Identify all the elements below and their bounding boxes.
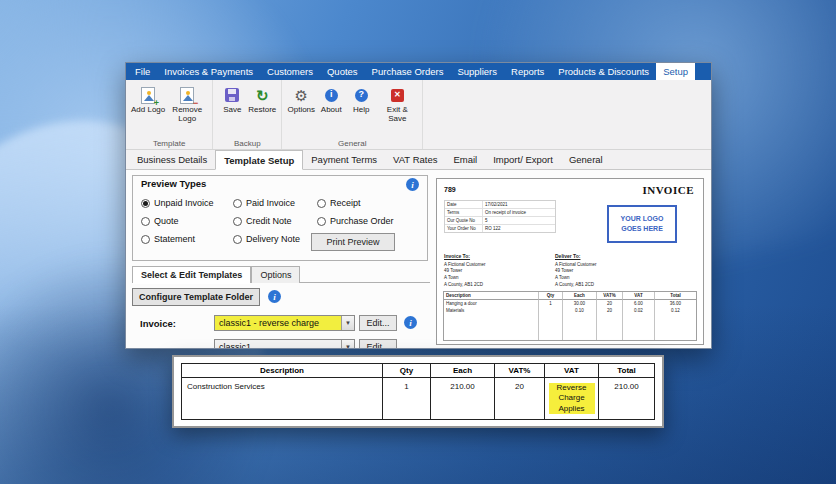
menu-suppliers[interactable]: Suppliers — [450, 63, 504, 80]
cell: 0.12 — [654, 307, 696, 314]
meta-value: 5 — [483, 217, 555, 224]
cell-description: Construction Services — [182, 378, 382, 419]
highlighted-text: Applies — [549, 404, 595, 414]
help-label: Help — [353, 106, 369, 115]
gear-icon: ⚙ — [295, 84, 308, 106]
ribbon-group-label-backup: Backup — [213, 139, 281, 148]
radio-unpaid-invoice[interactable]: Unpaid Invoice — [141, 198, 214, 208]
chevron-down-icon[interactable]: ▼ — [341, 340, 354, 348]
col-header: VAT% — [494, 364, 544, 377]
radio-label: Paid Invoice — [246, 198, 295, 208]
cell: Hanging a door — [444, 300, 538, 307]
radio-credit-note[interactable]: Credit Note — [233, 216, 292, 226]
menu-setup[interactable]: Setup — [656, 63, 695, 80]
radio-circle-icon — [317, 199, 326, 208]
second-template-value: classic1 — [215, 340, 341, 348]
save-button[interactable]: Save — [218, 84, 246, 115]
radio-circle-icon — [317, 217, 326, 226]
tab-business-details[interactable]: Business Details — [129, 150, 215, 169]
tab-import-export[interactable]: Import/ Export — [485, 150, 561, 169]
deliver-to-block: Deliver To: A Fictional Customer 49 Towe… — [555, 253, 597, 289]
tab-vat-rates[interactable]: VAT Rates — [385, 150, 445, 169]
radio-purchase-order[interactable]: Purchase Order — [317, 216, 394, 226]
meta-row: Date 17/02/2021 — [445, 201, 555, 208]
ribbon-group-label-template: Template — [126, 139, 212, 148]
about-button[interactable]: i About — [317, 84, 345, 115]
menu-purchase-orders[interactable]: Purchase Orders — [365, 63, 451, 80]
tab-payment-terms[interactable]: Payment Terms — [303, 150, 385, 169]
invoice-template-edit-button[interactable]: Edit... — [359, 315, 397, 331]
ribbon-group-label-general: General — [282, 139, 422, 148]
second-template-edit-button[interactable]: Edit... — [359, 339, 397, 348]
col-header: Each — [562, 292, 596, 300]
radio-paid-invoice[interactable]: Paid Invoice — [233, 198, 295, 208]
add-logo-button[interactable]: + Add Logo — [131, 84, 165, 115]
menu-products-discounts[interactable]: Products & Discounts — [551, 63, 656, 80]
invoice-template-label: Invoice: — [140, 318, 176, 329]
preview-types-group: Preview Types i Unpaid Invoice Paid Invo… — [132, 175, 428, 261]
zoom-header-row: Description Qty Each VAT% VAT Total — [182, 364, 654, 378]
exit-icon: ✕ — [391, 84, 404, 106]
menu-customers[interactable]: Customers — [260, 63, 320, 80]
info-icon[interactable]: i — [406, 178, 419, 191]
meta-label: Terms — [445, 209, 483, 216]
meta-label: Your Order No — [445, 225, 483, 232]
radio-label: Unpaid Invoice — [154, 198, 214, 208]
configure-template-folder-button[interactable]: Configure Template Folder — [132, 288, 260, 306]
radio-label: Delivery Note — [246, 234, 300, 244]
menu-invoices-payments[interactable]: Invoices & Payments — [157, 63, 260, 80]
remove-logo-button[interactable]: − Remove Logo — [167, 84, 207, 124]
chevron-down-icon[interactable]: ▼ — [341, 316, 354, 330]
items-header-row: Description Qty Each VAT% VAT Total — [444, 292, 696, 300]
radio-delivery-note[interactable]: Delivery Note — [233, 234, 300, 244]
print-preview-button[interactable]: Print Preview — [311, 233, 395, 251]
ribbon: + Add Logo − Remove Logo Template Save ↻… — [126, 80, 711, 150]
info-icon[interactable]: i — [268, 290, 281, 303]
address-line: A Town — [555, 275, 597, 282]
radio-label: Statement — [154, 234, 195, 244]
address-line: A Fictional Customer — [444, 262, 486, 269]
logo-placeholder: YOUR LOGO GOES HERE — [607, 205, 677, 243]
tab-general[interactable]: General — [561, 150, 611, 169]
radio-circle-icon — [141, 235, 150, 244]
address-line: A County, AB1 2CD — [555, 282, 597, 289]
help-button[interactable]: ? Help — [347, 84, 375, 115]
invoice-meta-table: Date 17/02/2021 Terms On receipt of invo… — [444, 200, 556, 233]
exit-save-button[interactable]: ✕ Exit & Save — [377, 84, 417, 124]
address-line: 49 Tower — [555, 268, 597, 275]
second-template-dropdown[interactable]: classic1 ▼ — [214, 339, 355, 348]
meta-row: Our Quote No 5 — [445, 216, 555, 224]
info-icon[interactable]: i — [404, 316, 417, 329]
help-icon: ? — [355, 84, 368, 106]
cell-vat-reverse-charge: Reverse Charge Applies — [544, 378, 598, 419]
cell: 1 — [538, 300, 562, 307]
menu-file[interactable]: File — [128, 63, 157, 80]
invoice-items-table: Description Qty Each VAT% VAT Total Hang… — [443, 291, 697, 341]
logo-line: GOES HERE — [621, 224, 663, 234]
menu-quotes[interactable]: Quotes — [320, 63, 365, 80]
template-setup-page: Preview Types i Unpaid Invoice Paid Invo… — [126, 170, 711, 348]
radio-receipt[interactable]: Receipt — [317, 198, 361, 208]
invoice-template-dropdown[interactable]: classic1 - reverse charge ▼ — [214, 315, 355, 331]
col-header: Qty — [538, 292, 562, 300]
remove-logo-label: Remove Logo — [167, 106, 207, 124]
app-window: File Invoices & Payments Customers Quote… — [125, 62, 712, 349]
options-button[interactable]: ⚙ Options — [287, 84, 315, 115]
col-header: Each — [430, 364, 494, 377]
col-header: VAT — [544, 364, 598, 377]
tab-select-edit-templates[interactable]: Select & Edit Templates — [132, 266, 251, 283]
tab-template-setup[interactable]: Template Setup — [215, 150, 303, 170]
radio-statement[interactable]: Statement — [141, 234, 195, 244]
tab-template-options[interactable]: Options — [251, 266, 300, 283]
meta-label: Date — [445, 201, 483, 208]
radio-quote[interactable]: Quote — [141, 216, 179, 226]
options-label: Options — [287, 106, 315, 115]
restore-button[interactable]: ↻ Restore — [248, 84, 276, 115]
col-header: Qty — [382, 364, 430, 377]
restore-label: Restore — [248, 106, 276, 115]
menu-reports[interactable]: Reports — [504, 63, 551, 80]
tab-email[interactable]: Email — [445, 150, 485, 169]
add-logo-label: Add Logo — [131, 106, 165, 115]
radio-label: Quote — [154, 216, 179, 226]
invoice-template-value: classic1 - reverse charge — [215, 316, 341, 330]
